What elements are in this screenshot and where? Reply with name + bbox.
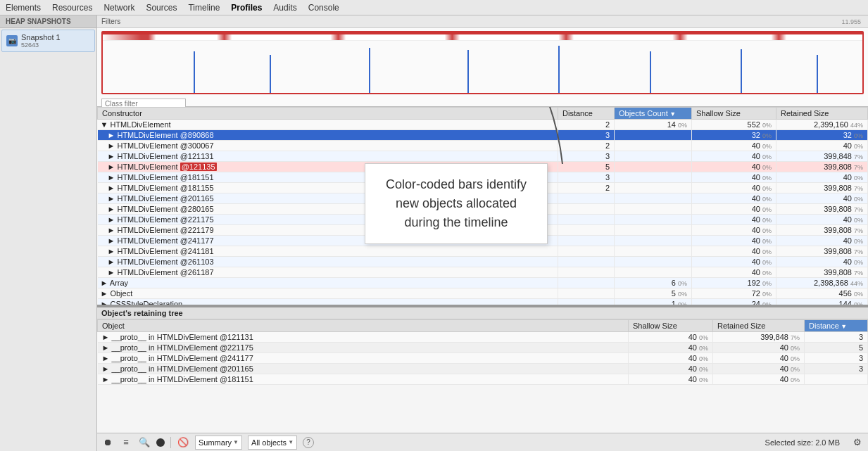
timeline-spike-2 bbox=[270, 55, 271, 94]
timeline-spike-7 bbox=[741, 49, 742, 94]
cell-retained: 2,398,368 44% bbox=[776, 278, 868, 288]
table-row[interactable]: ► CSSStyleDeclaration 1 0% 24 0% 144 0% bbox=[98, 299, 868, 307]
bottom-col-retained[interactable]: Retained Size bbox=[713, 320, 805, 332]
timeline-visualization[interactable] bbox=[101, 31, 864, 94]
cell-constructor: ► Object bbox=[98, 288, 558, 299]
cell-retained: 399,848 7% bbox=[776, 151, 868, 162]
table-row[interactable]: ► __proto__ in HTMLDivElement @201165 40… bbox=[98, 364, 868, 374]
table-row[interactable]: ▼ HTMLDivElement 2 14 0% 552 0% 2,399,16… bbox=[98, 120, 868, 130]
cell-retained: 399,808 7% bbox=[776, 267, 868, 278]
cell-retained: 32 0% bbox=[776, 130, 868, 141]
cell-shallow: 40 0% bbox=[692, 225, 776, 236]
bottom-cell-object: ► __proto__ in HTMLDivElement @201165 bbox=[98, 364, 629, 374]
menu-elements[interactable]: Elements bbox=[6, 3, 41, 13]
cell-shallow: 40 0% bbox=[692, 162, 776, 172]
table-row[interactable]: ► HTMLDivElement @261103 40 0% 40 0% bbox=[98, 257, 868, 267]
menu-sources[interactable]: Sources bbox=[146, 3, 177, 13]
bottom-cell-object: ► __proto__ in HTMLDivElement @221175 bbox=[98, 343, 629, 353]
cell-shallow: 40 0% bbox=[692, 172, 776, 183]
timeline-title-row: Filters 11.955 bbox=[97, 15, 868, 28]
bottom-toolbar: ⏺ ≡ 🔍 🚫 Summary ▼ All objects ▼ ? Select… bbox=[97, 433, 868, 451]
timeline-spike-1 bbox=[194, 51, 195, 94]
cell-obj-count bbox=[615, 257, 692, 267]
tooltip-text: Color-coded bars identify new objects al… bbox=[386, 177, 527, 229]
toolbar-stop-btn[interactable] bbox=[156, 438, 165, 447]
menu-profiles[interactable]: Profiles bbox=[231, 3, 262, 13]
timeline-spikes-area bbox=[103, 41, 862, 94]
filter-dropdown-arrow: ▼ bbox=[288, 439, 294, 445]
cell-obj-count bbox=[615, 225, 692, 236]
table-row[interactable]: ► __proto__ in HTMLDivElement @121131 40… bbox=[98, 332, 868, 343]
col-shallow-size[interactable]: Shallow Size bbox=[692, 108, 776, 120]
cell-retained: 40 0% bbox=[776, 215, 868, 225]
table-row[interactable]: ► HTMLDivElement @121131 3 40 0% 399,848… bbox=[98, 151, 868, 162]
menu-audits[interactable]: Audits bbox=[273, 3, 296, 13]
timeline-spike-4 bbox=[467, 50, 469, 94]
retaining-tree-table-wrap[interactable]: Object Shallow Size Retained Size Distan… bbox=[97, 319, 868, 433]
bottom-cell-distance: 3 bbox=[805, 353, 868, 364]
cell-distance: 3 bbox=[558, 151, 615, 162]
bottom-cell-distance: 5 bbox=[805, 343, 868, 353]
bottom-cell-retained: 399,848 7% bbox=[713, 332, 805, 343]
toolbar-record-btn[interactable]: ⏺ bbox=[101, 436, 114, 449]
bottom-cell-shallow: 40 0% bbox=[629, 364, 713, 374]
sidebar-section-header: HEAP SNAPSHOTS bbox=[0, 15, 96, 28]
cell-obj-count bbox=[615, 246, 692, 257]
bottom-col-distance[interactable]: Distance bbox=[805, 320, 868, 332]
table-row[interactable]: ► __proto__ in HTMLDivElement @181151 40… bbox=[98, 374, 868, 385]
toolbar-filter-dropdown[interactable]: All objects ▼ bbox=[248, 436, 297, 450]
cell-distance bbox=[558, 299, 615, 307]
table-row[interactable]: ► __proto__ in HTMLDivElement @241177 40… bbox=[98, 353, 868, 364]
cell-constructor: ► HTMLDivElement @890868 bbox=[98, 130, 558, 141]
bottom-cell-distance bbox=[805, 374, 868, 385]
cell-shallow: 40 0% bbox=[692, 215, 776, 225]
cell-retained: 399,808 7% bbox=[776, 183, 868, 193]
cell-obj-count: 5 0% bbox=[615, 288, 692, 299]
col-constructor[interactable]: Constructor bbox=[98, 108, 558, 120]
col-retained-size[interactable]: Retained Size bbox=[776, 108, 868, 120]
table-row[interactable]: ► HTMLDivElement @261187 40 0% 399,808 7… bbox=[98, 267, 868, 278]
bottom-cell-object: ► __proto__ in HTMLDivElement @121131 bbox=[98, 332, 629, 343]
cell-shallow: 192 0% bbox=[692, 278, 776, 288]
bottom-col-shallow[interactable]: Shallow Size bbox=[629, 320, 713, 332]
cell-obj-count bbox=[615, 141, 692, 151]
menu-bar: Elements Resources Network Sources Timel… bbox=[0, 0, 868, 15]
cell-obj-count bbox=[615, 204, 692, 215]
table-row[interactable]: ► HTMLDivElement @890868 3 32 0% 32 0% bbox=[98, 130, 868, 141]
table-row[interactable]: ► Object 5 0% 72 0% 456 0% bbox=[98, 288, 868, 299]
menu-resources[interactable]: Resources bbox=[52, 3, 92, 13]
toolbar-prohibit-btn[interactable]: 🚫 bbox=[177, 436, 189, 449]
cell-obj-count: 6 0% bbox=[615, 278, 692, 288]
table-row[interactable]: ► HTMLDivElement @300067 2 40 0% 40 0% bbox=[98, 141, 868, 151]
toolbar-search-btn[interactable]: 🔍 bbox=[138, 436, 151, 449]
menu-console[interactable]: Console bbox=[308, 3, 339, 13]
bottom-col-object[interactable]: Object bbox=[98, 320, 629, 332]
sidebar-item-label: Snapshot 1 bbox=[21, 33, 61, 42]
bottom-cell-retained: 40 0% bbox=[713, 374, 805, 385]
cell-retained: 40 0% bbox=[776, 257, 868, 267]
toolbar-summary-dropdown[interactable]: Summary ▼ bbox=[195, 436, 242, 450]
cell-retained: 144 0% bbox=[776, 299, 868, 307]
bottom-cell-shallow: 40 0% bbox=[629, 374, 713, 385]
col-objects-count[interactable]: Objects Count bbox=[615, 108, 692, 120]
cell-shallow: 40 0% bbox=[692, 257, 776, 267]
table-row[interactable]: ► Array 6 0% 192 0% 2,398,368 44% bbox=[98, 278, 868, 288]
menu-timeline[interactable]: Timeline bbox=[188, 3, 220, 13]
menu-network[interactable]: Network bbox=[103, 3, 134, 13]
table-row[interactable]: ► __proto__ in HTMLDivElement @221175 40… bbox=[98, 343, 868, 353]
toolbar-help-btn[interactable]: ? bbox=[303, 437, 314, 448]
timeline-spike-5 bbox=[558, 46, 560, 94]
cell-constructor: ► HTMLDivElement @261103 bbox=[98, 257, 558, 267]
sidebar-item-subtext: 52643 bbox=[21, 42, 61, 49]
cell-obj-count bbox=[615, 172, 692, 183]
toolbar-list-btn[interactable]: ≡ bbox=[120, 436, 132, 449]
bottom-cell-object: ► __proto__ in HTMLDivElement @181151 bbox=[98, 374, 629, 385]
table-row[interactable]: ► HTMLDivElement @241181 40 0% 399,808 7… bbox=[98, 246, 868, 257]
col-distance[interactable]: Distance bbox=[558, 108, 615, 120]
cell-constructor: ► HTMLDivElement @300067 bbox=[98, 141, 558, 151]
cell-shallow: 40 0% bbox=[692, 204, 776, 215]
cell-retained: 40 0% bbox=[776, 236, 868, 246]
sidebar-item-snapshot1[interactable]: 📷 Snapshot 1 52643 bbox=[1, 30, 95, 52]
toolbar-settings-btn[interactable]: ⚙ bbox=[851, 436, 864, 449]
cell-shallow: 72 0% bbox=[692, 288, 776, 299]
